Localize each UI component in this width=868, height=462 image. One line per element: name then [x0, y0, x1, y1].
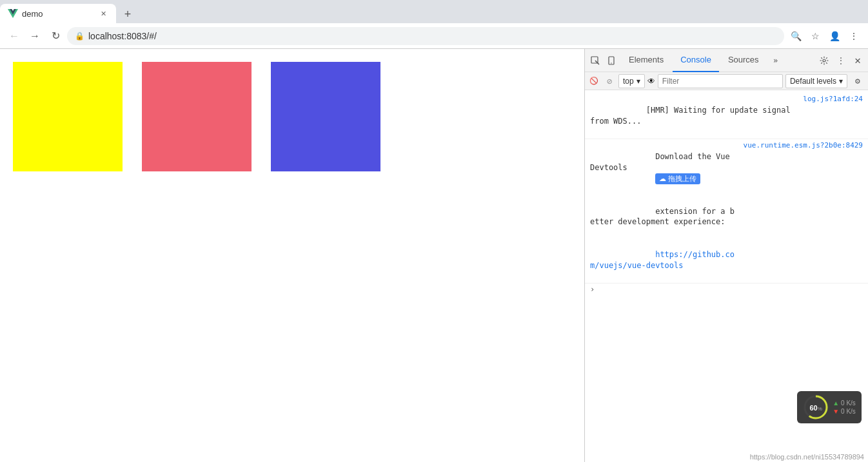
- vue-devtools-link[interactable]: https://github.com/vuejs/vue-devtools: [590, 250, 735, 270]
- console-expand-button[interactable]: ›: [585, 284, 868, 295]
- devtools-settings-button[interactable]: [816, 53, 832, 68]
- tab-title: demo: [22, 9, 94, 19]
- chevron-down-icon: ▾: [636, 77, 640, 86]
- speed-circle-container: 60%: [803, 394, 829, 420]
- back-button[interactable]: ←: [5, 27, 23, 45]
- console-source-vue[interactable]: vue.runtime.esm.js?2b0e:8429: [744, 140, 863, 150]
- speed-indicator: 60% ▲ 0 K/s ▼ 0 K/s: [797, 391, 862, 423]
- upload-rate: ▲ 0 K/s: [833, 399, 856, 407]
- watermark: https://blog.csdn.net/ni15534789894: [746, 452, 868, 462]
- address-bar[interactable]: 🔒 localhost:8083/#/: [67, 27, 784, 45]
- lock-icon: 🔒: [75, 32, 84, 41]
- bookmark-button[interactable]: ☆: [806, 27, 824, 45]
- devtools-device-button[interactable]: [604, 53, 620, 68]
- console-settings-icon[interactable]: ⚙: [850, 73, 865, 89]
- console-toolbar: 🚫 ⊘ top ▾ 👁 Default levels ▾ ⚙: [585, 72, 868, 90]
- main-page: [0, 49, 584, 462]
- profile-button[interactable]: 👤: [825, 27, 843, 45]
- tab-close-button[interactable]: ✕: [98, 8, 108, 19]
- download-arrow-icon: ▼: [833, 408, 839, 415]
- tab-bar: demo ✕ +: [0, 0, 868, 23]
- speed-percent-value: 60: [809, 404, 817, 412]
- content-area: Elements Console Sources » ⋮ ✕: [0, 49, 868, 462]
- filter-input[interactable]: [658, 74, 783, 88]
- nav-right: 🔍 ☆ 👤 ⋮: [787, 27, 863, 45]
- svg-point-5: [611, 63, 611, 63]
- new-tab-button[interactable]: +: [119, 5, 137, 23]
- console-message-vue: Download the Vue Devtools ☁ 拖拽上传 extensi…: [585, 139, 868, 284]
- console-message-hmr-text: [HMR] Waiting for update signal from WDS…: [590, 94, 798, 137]
- address-text: localhost:8083/#/: [88, 31, 776, 41]
- speed-percent-symbol: %: [818, 406, 822, 412]
- search-button[interactable]: 🔍: [787, 27, 805, 45]
- pink-box: [142, 62, 252, 171]
- svg-line-3: [595, 61, 599, 64]
- blue-box: [271, 62, 380, 171]
- console-clear-button[interactable]: 🚫: [587, 75, 600, 88]
- browser-frame: demo ✕ + ← → ↻ 🔒 localhost:8083/#/ 🔍 ☆ 👤…: [0, 0, 868, 462]
- eye-icon[interactable]: 👁: [647, 77, 655, 86]
- console-record-button[interactable]: ⊘: [603, 75, 616, 88]
- devtools-toolbar: Elements Console Sources » ⋮ ✕: [585, 49, 868, 72]
- devtools-more-button[interactable]: ⋮: [833, 53, 849, 68]
- svg-point-6: [823, 59, 825, 62]
- nav-bar: ← → ↻ 🔒 localhost:8083/#/ 🔍 ☆ 👤 ⋮: [0, 23, 868, 49]
- tab-console[interactable]: Console: [673, 49, 719, 72]
- refresh-button[interactable]: ↻: [46, 27, 64, 45]
- tab-elements[interactable]: Elements: [621, 49, 671, 72]
- yellow-box: [13, 62, 123, 171]
- console-message-hmr: [HMR] Waiting for update signal from WDS…: [585, 93, 868, 139]
- default-levels-button[interactable]: Default levels ▾: [785, 74, 847, 88]
- upload-badge[interactable]: ☁ 拖拽上传: [655, 173, 700, 184]
- console-source-hmr[interactable]: log.js?1afd:24: [803, 94, 863, 104]
- context-selector[interactable]: top ▾: [618, 74, 645, 88]
- speed-rates: ▲ 0 K/s ▼ 0 K/s: [833, 399, 856, 415]
- tab-favicon: [8, 8, 18, 19]
- console-message-vue-text: Download the Vue Devtools ☁ 拖拽上传 extensi…: [590, 140, 738, 282]
- chevron-down-icon: ▾: [839, 77, 843, 86]
- browser-tab[interactable]: demo ✕: [0, 4, 116, 23]
- tab-sources[interactable]: Sources: [720, 49, 767, 72]
- forward-button[interactable]: →: [26, 27, 44, 45]
- devtools-inspect-button[interactable]: [587, 53, 603, 68]
- devtools-close-button[interactable]: ✕: [850, 53, 865, 68]
- upload-arrow-icon: ▲: [833, 399, 839, 407]
- menu-button[interactable]: ⋮: [845, 27, 863, 45]
- tab-overflow-button[interactable]: »: [768, 53, 784, 68]
- download-rate: ▼ 0 K/s: [833, 408, 856, 415]
